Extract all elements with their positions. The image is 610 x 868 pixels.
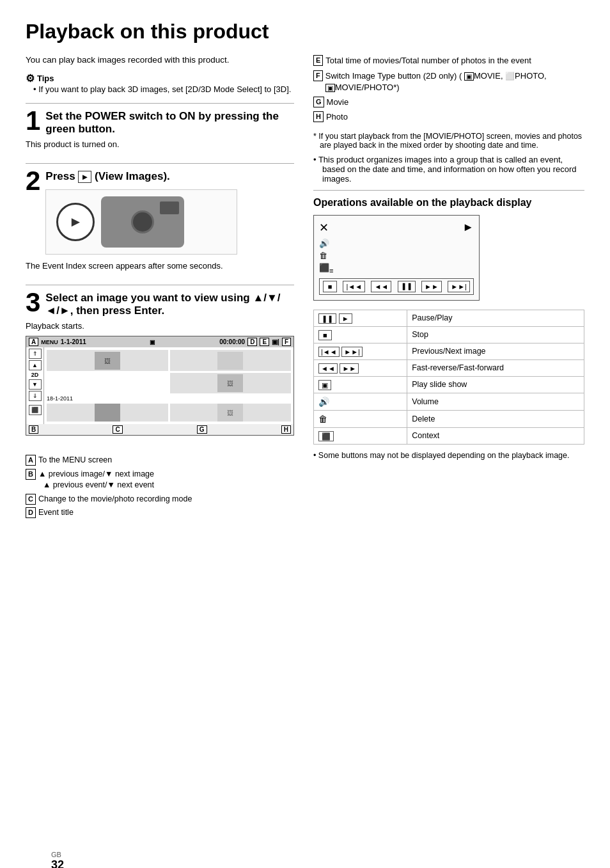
page-title: Playback on this product — [26, 19, 584, 43]
pause-btn[interactable]: ❚❚ — [398, 281, 416, 292]
play-icon: ► — [462, 221, 474, 235]
cell-date-empty — [47, 373, 168, 394]
ann-E: E Total time of movies/Total number of p… — [313, 55, 584, 67]
prev-btn[interactable]: |◄◄ — [343, 281, 365, 292]
playback-screen: A MENU 1-1-2011 ▣ 00:00:00 D E ▣| F — [26, 336, 294, 436]
ops-icon-cell: ■ — [314, 326, 407, 343]
ann-G: G Movie — [313, 97, 584, 108]
ops-section-title: Operations available on the playback dis… — [313, 197, 584, 209]
step-2-desc: The Event Index screen appears after som… — [26, 261, 294, 271]
svg-text:🖼: 🖼 — [104, 358, 111, 365]
ops-label-cell: Volume — [407, 393, 584, 410]
step-2-title: Press ► (View Images). — [45, 170, 294, 183]
star-note: * If you start playback from the [MOVIE/… — [313, 132, 584, 150]
ops-label-cell: Play slide show — [407, 376, 584, 393]
step-3-title: Select an image you want to view using ▲… — [45, 292, 294, 317]
camera-lens — [131, 210, 154, 233]
ops-label-cell: Context — [407, 427, 584, 444]
ops-label-cell: Stop — [407, 326, 584, 343]
tips-item: If you want to play back 3D images, set … — [33, 84, 294, 94]
ann-C: C Change to the movie/photo recording mo… — [26, 494, 294, 505]
ops-icon-cell: 🔊 — [314, 393, 407, 410]
table-row: ❚❚ ► Pause/Play — [314, 310, 584, 326]
stop-btn[interactable]: ■ — [323, 281, 337, 292]
table-row: 🗑 Delete — [314, 410, 584, 427]
ann-D: D Event title — [26, 507, 294, 519]
camera-image — [101, 196, 184, 248]
table-row: ■ Stop — [314, 326, 584, 343]
table-row: |◄◄ ►►| Previous/Next image — [314, 343, 584, 359]
bullet-note: • This product organizes images into a g… — [313, 155, 584, 184]
rev-btn[interactable]: ◄◄ — [371, 281, 391, 292]
annotations: A To the MENU screen B ▲ previous image/… — [26, 455, 294, 519]
ops-label-cell: Previous/Next image — [407, 343, 584, 359]
next-btn[interactable]: ►►| — [448, 281, 470, 292]
step-1-number: 1 — [26, 107, 40, 134]
play-circle-icon: ► — [56, 203, 95, 241]
timecode: 00:00:00 — [219, 338, 245, 345]
label-F: F — [282, 338, 291, 346]
date1-label: 1-1-2011 — [61, 338, 86, 345]
ops-icon-cell: |◄◄ ►►| — [314, 343, 407, 359]
step-2-number: 2 — [26, 168, 40, 194]
record-btn[interactable]: ⬛ — [29, 405, 42, 415]
up-up-btn[interactable]: ⇑ — [29, 349, 42, 359]
ops-display: ✕ ► 🔊 🗑 ⬛≡ ■ |◄◄ ◄◄ ❚❚ ►► ►►| — [313, 215, 480, 301]
cell-1: 🖼 — [47, 350, 168, 371]
ann-F: F Switch Image Type button (2D only) ( ▣… — [313, 70, 584, 93]
table-row: ◄◄ ►► Fast-reverse/Fast-forward — [314, 359, 584, 376]
ops-icon-cell: ❚❚ ► — [314, 310, 407, 326]
ops-label-cell: Pause/Play — [407, 310, 584, 326]
sidebar-controls: ⇑ ▲ 2D ▼ ⇓ ⬛ — [26, 347, 44, 424]
ops-table: ❚❚ ► Pause/Play ■ Stop |◄◄ ►►| Previous/… — [313, 310, 584, 445]
label-B: B — [29, 425, 38, 434]
table-row: 🔊 Volume — [314, 393, 584, 410]
delete-icon: 🗑 — [319, 251, 474, 260]
close-icon: ✕ — [319, 221, 329, 235]
ann-H: H Photo — [313, 111, 584, 123]
tips-label: Tips — [26, 72, 54, 84]
svg-text:🖼: 🖼 — [227, 409, 233, 416]
ops-icon-cell: ▣ — [314, 376, 407, 393]
table-row: ⬛ Context — [314, 427, 584, 444]
fwd-btn[interactable]: ►► — [421, 281, 442, 292]
step-1-desc: This product is turned on. — [26, 139, 294, 149]
cell-4 — [47, 404, 168, 422]
step-1: 1 Set the POWER switch to ON by pressing… — [26, 110, 294, 154]
ops-icon-cell: ⬛ — [314, 427, 407, 444]
svg-rect-5 — [95, 404, 120, 422]
ops-section: Operations available on the playback dis… — [313, 197, 584, 460]
label-D: D — [247, 338, 257, 346]
down-btn[interactable]: ▼ — [29, 379, 42, 390]
ann-B: B ▲ previous image/▼ next image ▲ previo… — [26, 469, 294, 491]
svg-rect-2 — [217, 352, 243, 370]
label-H: H — [281, 425, 291, 434]
label-C: C — [113, 425, 122, 434]
step-3-number: 3 — [26, 289, 40, 316]
step-1-title: Set the POWER switch to ON by pressing t… — [45, 110, 294, 136]
up-btn[interactable]: ▲ — [29, 360, 42, 370]
down-down-btn[interactable]: ⇓ — [29, 391, 42, 401]
label-E: E — [260, 338, 269, 346]
cell-3: 🖼 — [170, 373, 292, 394]
svg-text:🖼: 🖼 — [227, 380, 233, 387]
volume-icon: 🔊 — [319, 239, 474, 248]
step-3-desc: Playback starts. — [26, 321, 294, 331]
footer-note: • Some buttons may not be displayed depe… — [313, 451, 584, 460]
step-2: 2 Press ► (View Images). ► The Event Ind… — [26, 170, 294, 276]
cell-2 — [170, 350, 292, 371]
label-G: G — [197, 425, 207, 434]
camera-illustration: ► — [45, 189, 237, 255]
movie-icon2: ▣| — [272, 338, 279, 345]
playback-controls: ■ |◄◄ ◄◄ ❚❚ ►► ►►| — [319, 278, 474, 295]
page-number: 32 — [51, 858, 64, 868]
ops-icon-cell: ◄◄ ►► — [314, 359, 407, 376]
tips-list: If you want to play back 3D images, set … — [26, 84, 294, 94]
ops-label-cell: Delete — [407, 410, 584, 427]
menu-label: MENU — [41, 339, 58, 345]
step-3: 3 Select an image you want to view using… — [26, 292, 294, 521]
date2-label: 18-1-2011 — [47, 395, 291, 402]
2d-label: 2D — [31, 372, 39, 378]
label-A: A — [29, 338, 38, 346]
movie-icon: ▣ — [89, 339, 217, 345]
